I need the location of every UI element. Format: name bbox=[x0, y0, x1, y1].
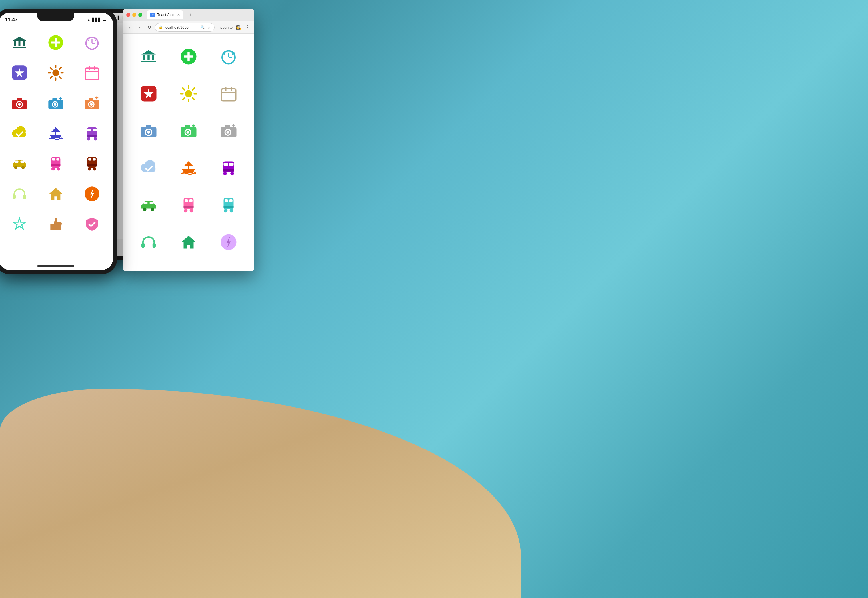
browser-icon-add-circle[interactable] bbox=[169, 42, 209, 71]
browser-icon-bank[interactable] bbox=[129, 42, 169, 71]
svg-rect-131 bbox=[18, 41, 20, 46]
svg-rect-171 bbox=[15, 161, 18, 163]
ios-icon-lightning[interactable] bbox=[74, 181, 110, 207]
browser-icon-car[interactable] bbox=[129, 191, 169, 219]
lock-icon: 🔒 bbox=[159, 25, 163, 30]
svg-rect-177 bbox=[56, 158, 60, 160]
ios-time: 11:47 bbox=[5, 17, 18, 22]
ios-icon-alarm[interactable] bbox=[74, 30, 110, 55]
ios-icon-headphones[interactable] bbox=[1, 181, 37, 207]
svg-point-186 bbox=[93, 167, 97, 171]
browser-icon-grid bbox=[123, 34, 254, 271]
svg-point-169 bbox=[87, 137, 91, 141]
minimize-button[interactable] bbox=[132, 13, 136, 17]
ios-icon-boat[interactable] bbox=[37, 121, 74, 146]
browser-icon-headphones[interactable] bbox=[129, 228, 169, 256]
browser-icon-camera-add[interactable] bbox=[209, 117, 248, 145]
svg-rect-166 bbox=[87, 129, 91, 132]
svg-rect-119 bbox=[229, 199, 233, 202]
search-icon: 🔍 bbox=[201, 25, 205, 30]
menu-button[interactable]: ⋮ bbox=[244, 23, 251, 31]
browser-icon-alarm[interactable] bbox=[209, 42, 248, 71]
svg-rect-67 bbox=[147, 55, 150, 60]
ios-icon-brightness[interactable] bbox=[37, 60, 74, 86]
browser-icon-shield-check[interactable] bbox=[209, 265, 248, 271]
svg-rect-114 bbox=[184, 206, 194, 208]
browser-icon-calendar[interactable] bbox=[209, 79, 248, 108]
ios-icon-shield-check[interactable] bbox=[74, 211, 110, 237]
browser-tab[interactable]: ⚛ React App ✕ bbox=[147, 10, 183, 19]
browser-window: ⚛ React App ✕ + ‹ › ↻ 🔒 localhost:3000 🔍… bbox=[123, 9, 254, 271]
address-bar[interactable]: 🔒 localhost:3000 🔍 ☆ bbox=[155, 23, 215, 32]
svg-rect-113 bbox=[189, 199, 193, 202]
ios-icon-add-circle[interactable] bbox=[37, 30, 74, 55]
forward-button[interactable]: › bbox=[135, 23, 144, 31]
reload-button[interactable]: ↻ bbox=[145, 23, 153, 31]
svg-rect-184 bbox=[87, 164, 97, 166]
browser-icon-home[interactable] bbox=[169, 228, 209, 256]
ios-icon-bus[interactable] bbox=[74, 121, 110, 146]
svg-rect-69 bbox=[141, 61, 156, 62]
svg-rect-108 bbox=[150, 202, 154, 205]
ios-icon-camera[interactable] bbox=[1, 90, 37, 116]
tab-title: React App bbox=[157, 13, 174, 17]
browser-icon-tram[interactable] bbox=[209, 191, 248, 219]
back-button[interactable]: ‹ bbox=[126, 23, 134, 31]
svg-rect-72 bbox=[187, 52, 190, 61]
svg-rect-132 bbox=[22, 41, 25, 46]
browser-icon-brightness[interactable] bbox=[169, 79, 209, 108]
svg-rect-98 bbox=[225, 125, 230, 128]
svg-rect-188 bbox=[23, 194, 26, 199]
svg-rect-118 bbox=[224, 199, 228, 202]
svg-marker-65 bbox=[141, 50, 156, 55]
browser-icon-cloud-check[interactable] bbox=[129, 154, 169, 182]
maximize-button[interactable] bbox=[138, 13, 142, 17]
ios-icon-home[interactable] bbox=[37, 181, 74, 207]
ios-screen: 11:47 ▲ ▋▋▋ ▬ bbox=[0, 13, 113, 270]
ios-icon-thumbs-up[interactable] bbox=[37, 211, 74, 237]
svg-point-80 bbox=[185, 90, 192, 97]
svg-rect-124 bbox=[153, 243, 156, 248]
ios-icon-star[interactable] bbox=[1, 211, 37, 237]
svg-point-151 bbox=[18, 103, 21, 106]
new-tab-button[interactable]: + bbox=[187, 11, 194, 18]
ios-icon-star-badge[interactable] bbox=[1, 60, 37, 86]
svg-point-121 bbox=[224, 209, 228, 213]
svg-rect-107 bbox=[144, 202, 148, 205]
svg-rect-183 bbox=[93, 158, 96, 160]
url-text: localhost:3000 bbox=[165, 25, 189, 30]
svg-rect-136 bbox=[55, 38, 57, 47]
ios-icon-tram[interactable] bbox=[74, 151, 110, 176]
browser-icon-boat[interactable] bbox=[169, 154, 209, 182]
close-button[interactable] bbox=[126, 13, 130, 17]
browser-icon-camera[interactable] bbox=[129, 117, 169, 145]
traffic-lights bbox=[126, 13, 142, 17]
ios-icon-camera-plus-blue[interactable] bbox=[37, 90, 74, 116]
svg-point-109 bbox=[143, 208, 147, 211]
browser-icon-camera-plus[interactable] bbox=[169, 117, 209, 145]
ios-icon-camera-add-orange[interactable] bbox=[74, 90, 110, 116]
ios-icon-bank[interactable] bbox=[1, 30, 37, 55]
browser-icon-train[interactable] bbox=[169, 191, 209, 219]
ios-icon-calendar[interactable] bbox=[74, 60, 110, 86]
ios-icon-car[interactable] bbox=[1, 151, 37, 176]
ios-phone: 11:47 ▲ ▋▋▋ ▬ bbox=[0, 9, 117, 274]
ios-icon-cloud-check[interactable] bbox=[1, 121, 37, 146]
android-signal-icon: ▋ bbox=[118, 16, 120, 20]
ios-icon-train[interactable] bbox=[37, 151, 74, 176]
svg-rect-178 bbox=[51, 164, 61, 166]
tab-close-icon[interactable]: ✕ bbox=[177, 13, 180, 17]
browser-icon-thumbs-up[interactable] bbox=[169, 265, 209, 271]
incognito-icon: 🕵 bbox=[235, 24, 242, 31]
svg-rect-176 bbox=[52, 158, 55, 160]
svg-point-155 bbox=[54, 103, 56, 106]
svg-point-170 bbox=[94, 137, 97, 141]
browser-icon-star-badge[interactable] bbox=[129, 79, 169, 108]
svg-point-105 bbox=[223, 172, 227, 176]
browser-icon-bus[interactable] bbox=[209, 154, 248, 182]
svg-point-116 bbox=[190, 209, 193, 213]
browser-icon-lightning[interactable] bbox=[209, 228, 248, 256]
svg-rect-182 bbox=[88, 158, 91, 160]
browser-icon-star[interactable] bbox=[129, 265, 169, 271]
svg-point-144 bbox=[52, 69, 59, 76]
